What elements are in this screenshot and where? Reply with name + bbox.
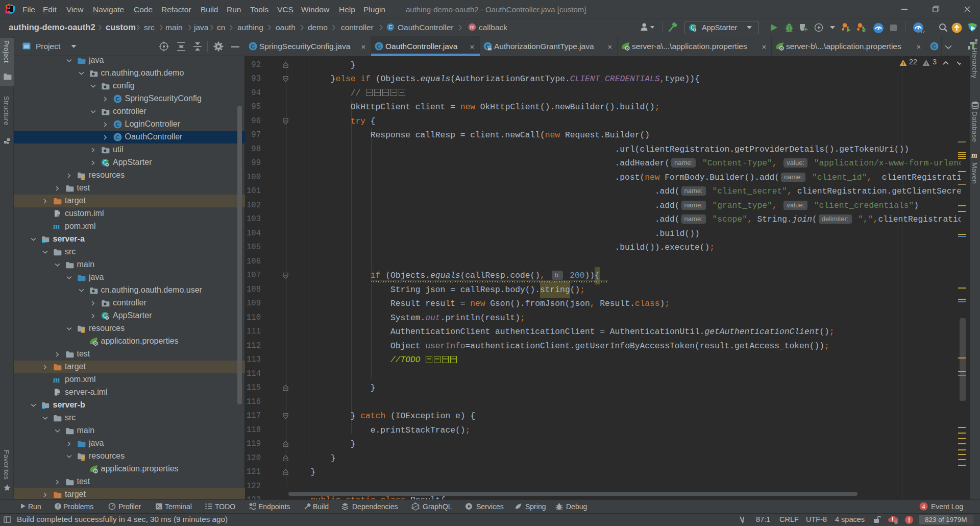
svg-text:C: C bbox=[115, 96, 119, 102]
svg-text:m: m bbox=[470, 24, 475, 30]
svg-text:C: C bbox=[377, 43, 381, 50]
svg-text:C: C bbox=[932, 43, 936, 50]
svg-text:C: C bbox=[251, 43, 255, 50]
svg-text:C: C bbox=[115, 134, 119, 140]
svg-text:4: 4 bbox=[922, 504, 925, 510]
svg-text:C: C bbox=[115, 122, 119, 128]
svg-text:C: C bbox=[388, 24, 393, 30]
svg-text:12: 12 bbox=[920, 30, 925, 34]
svg-text:m: m bbox=[53, 375, 60, 384]
svg-text:m: m bbox=[53, 222, 60, 231]
svg-text:IJ: IJ bbox=[8, 6, 11, 10]
